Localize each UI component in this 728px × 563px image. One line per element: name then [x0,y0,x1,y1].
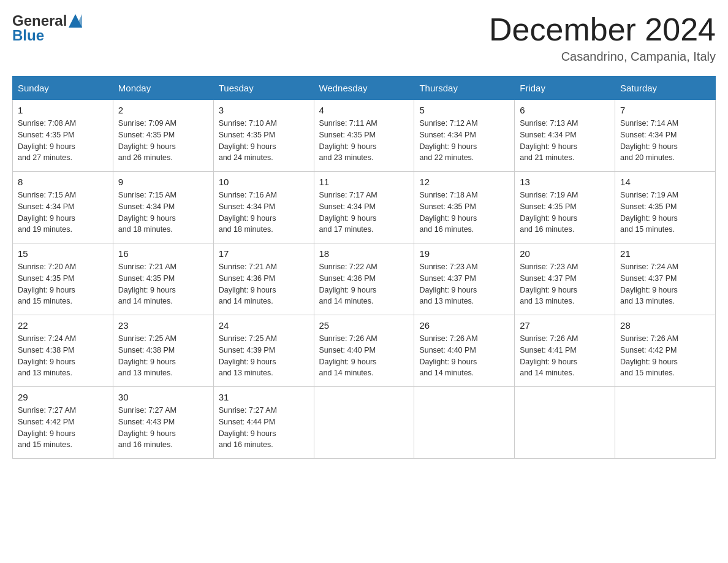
calendar-table: SundayMondayTuesdayWednesdayThursdayFrid… [12,76,716,459]
day-info: Sunrise: 7:25 AMSunset: 4:39 PMDaylight:… [219,333,309,379]
calendar-cell: 8Sunrise: 7:15 AMSunset: 4:34 PMDaylight… [13,172,113,243]
calendar-cell: 16Sunrise: 7:21 AMSunset: 4:35 PMDayligh… [113,243,213,315]
calendar-cell: 29Sunrise: 7:27 AMSunset: 4:42 PMDayligh… [13,387,113,459]
day-info: Sunrise: 7:21 AMSunset: 4:35 PMDaylight:… [118,261,208,307]
day-info: Sunrise: 7:19 AMSunset: 4:35 PMDaylight:… [620,190,710,236]
day-info: Sunrise: 7:16 AMSunset: 4:34 PMDaylight:… [219,190,309,236]
day-info: Sunrise: 7:15 AMSunset: 4:34 PMDaylight:… [118,190,208,236]
day-number: 29 [18,392,108,402]
calendar-cell: 21Sunrise: 7:24 AMSunset: 4:37 PMDayligh… [615,243,716,315]
day-info: Sunrise: 7:25 AMSunset: 4:38 PMDaylight:… [118,333,208,379]
day-info: Sunrise: 7:22 AMSunset: 4:36 PMDaylight:… [319,261,409,307]
day-number: 3 [219,105,309,115]
calendar-cell: 22Sunrise: 7:24 AMSunset: 4:38 PMDayligh… [13,315,113,387]
weekday-header-wednesday: Wednesday [314,77,414,100]
calendar-cell: 7Sunrise: 7:14 AMSunset: 4:34 PMDaylight… [615,100,716,172]
day-number: 14 [620,177,710,187]
day-info: Sunrise: 7:09 AMSunset: 4:35 PMDaylight:… [118,118,208,164]
calendar-week-row: 8Sunrise: 7:15 AMSunset: 4:34 PMDaylight… [13,172,716,243]
day-number: 7 [620,105,710,115]
calendar-cell: 10Sunrise: 7:16 AMSunset: 4:34 PMDayligh… [213,172,314,243]
day-info: Sunrise: 7:12 AMSunset: 4:34 PMDaylight:… [419,118,509,164]
calendar-cell: 19Sunrise: 7:23 AMSunset: 4:37 PMDayligh… [414,243,515,315]
day-number: 17 [219,248,309,259]
calendar-week-row: 15Sunrise: 7:20 AMSunset: 4:35 PMDayligh… [13,243,716,315]
page-header: General Blue December 2024 Casandrino, C… [12,12,716,64]
day-number: 31 [219,392,309,402]
calendar-cell: 4Sunrise: 7:11 AMSunset: 4:35 PMDaylight… [314,100,414,172]
day-number: 15 [18,248,108,259]
weekday-header-saturday: Saturday [615,77,716,100]
day-info: Sunrise: 7:26 AMSunset: 4:42 PMDaylight:… [620,333,710,379]
calendar-cell: 20Sunrise: 7:23 AMSunset: 4:37 PMDayligh… [515,243,615,315]
day-number: 18 [319,248,409,259]
day-number: 9 [118,177,208,187]
calendar-cell: 27Sunrise: 7:26 AMSunset: 4:41 PMDayligh… [515,315,615,387]
day-number: 2 [118,105,208,115]
calendar-cell: 24Sunrise: 7:25 AMSunset: 4:39 PMDayligh… [213,315,314,387]
calendar-week-row: 1Sunrise: 7:08 AMSunset: 4:35 PMDaylight… [13,100,716,172]
day-number: 1 [18,105,108,115]
calendar-week-row: 22Sunrise: 7:24 AMSunset: 4:38 PMDayligh… [13,315,716,387]
day-number: 10 [219,177,309,187]
day-info: Sunrise: 7:15 AMSunset: 4:34 PMDaylight:… [18,190,108,236]
day-number: 4 [319,105,409,115]
calendar-cell [414,387,515,459]
day-number: 24 [219,320,309,331]
day-number: 11 [319,177,409,187]
weekday-header-monday: Monday [113,77,213,100]
day-info: Sunrise: 7:21 AMSunset: 4:36 PMDaylight:… [219,261,309,307]
day-number: 26 [419,320,509,331]
calendar-cell [314,387,414,459]
calendar-cell: 2Sunrise: 7:09 AMSunset: 4:35 PMDaylight… [113,100,213,172]
day-number: 20 [520,248,610,259]
day-number: 27 [520,320,610,331]
day-number: 6 [520,105,610,115]
calendar-cell: 30Sunrise: 7:27 AMSunset: 4:43 PMDayligh… [113,387,213,459]
day-info: Sunrise: 7:10 AMSunset: 4:35 PMDaylight:… [219,118,309,164]
calendar-cell: 5Sunrise: 7:12 AMSunset: 4:34 PMDaylight… [414,100,515,172]
day-number: 16 [118,248,208,259]
day-info: Sunrise: 7:26 AMSunset: 4:40 PMDaylight:… [319,333,409,379]
logo: General Blue [12,12,82,44]
day-number: 23 [118,320,208,331]
calendar-cell: 17Sunrise: 7:21 AMSunset: 4:36 PMDayligh… [213,243,314,315]
day-info: Sunrise: 7:23 AMSunset: 4:37 PMDaylight:… [520,261,610,307]
day-info: Sunrise: 7:08 AMSunset: 4:35 PMDaylight:… [18,118,108,164]
calendar-cell: 11Sunrise: 7:17 AMSunset: 4:34 PMDayligh… [314,172,414,243]
month-title: December 2024 [489,12,716,47]
weekday-header-tuesday: Tuesday [213,77,314,100]
day-number: 19 [419,248,509,259]
calendar-cell [615,387,716,459]
calendar-cell: 3Sunrise: 7:10 AMSunset: 4:35 PMDaylight… [213,100,314,172]
calendar-cell: 28Sunrise: 7:26 AMSunset: 4:42 PMDayligh… [615,315,716,387]
calendar-cell: 23Sunrise: 7:25 AMSunset: 4:38 PMDayligh… [113,315,213,387]
day-info: Sunrise: 7:27 AMSunset: 4:42 PMDaylight:… [18,405,108,451]
day-info: Sunrise: 7:27 AMSunset: 4:43 PMDaylight:… [118,405,208,451]
title-section: December 2024 Casandrino, Campania, Ital… [489,12,716,64]
weekday-header-thursday: Thursday [414,77,515,100]
weekday-header-sunday: Sunday [13,77,113,100]
calendar-cell: 1Sunrise: 7:08 AMSunset: 4:35 PMDaylight… [13,100,113,172]
calendar-cell: 13Sunrise: 7:19 AMSunset: 4:35 PMDayligh… [515,172,615,243]
location-text: Casandrino, Campania, Italy [489,50,716,64]
day-info: Sunrise: 7:18 AMSunset: 4:35 PMDaylight:… [419,190,509,236]
day-info: Sunrise: 7:23 AMSunset: 4:37 PMDaylight:… [419,261,509,307]
calendar-cell: 9Sunrise: 7:15 AMSunset: 4:34 PMDaylight… [113,172,213,243]
day-info: Sunrise: 7:24 AMSunset: 4:37 PMDaylight:… [620,261,710,307]
day-info: Sunrise: 7:26 AMSunset: 4:40 PMDaylight:… [419,333,509,379]
calendar-cell: 14Sunrise: 7:19 AMSunset: 4:35 PMDayligh… [615,172,716,243]
calendar-cell [515,387,615,459]
day-info: Sunrise: 7:26 AMSunset: 4:41 PMDaylight:… [520,333,610,379]
calendar-cell: 31Sunrise: 7:27 AMSunset: 4:44 PMDayligh… [213,387,314,459]
calendar-cell: 12Sunrise: 7:18 AMSunset: 4:35 PMDayligh… [414,172,515,243]
day-number: 13 [520,177,610,187]
weekday-header-friday: Friday [515,77,615,100]
day-info: Sunrise: 7:13 AMSunset: 4:34 PMDaylight:… [520,118,610,164]
day-info: Sunrise: 7:27 AMSunset: 4:44 PMDaylight:… [219,405,309,451]
day-number: 22 [18,320,108,331]
calendar-week-row: 29Sunrise: 7:27 AMSunset: 4:42 PMDayligh… [13,387,716,459]
day-number: 25 [319,320,409,331]
day-info: Sunrise: 7:17 AMSunset: 4:34 PMDaylight:… [319,190,409,236]
logo-blue-text: Blue [12,27,82,44]
